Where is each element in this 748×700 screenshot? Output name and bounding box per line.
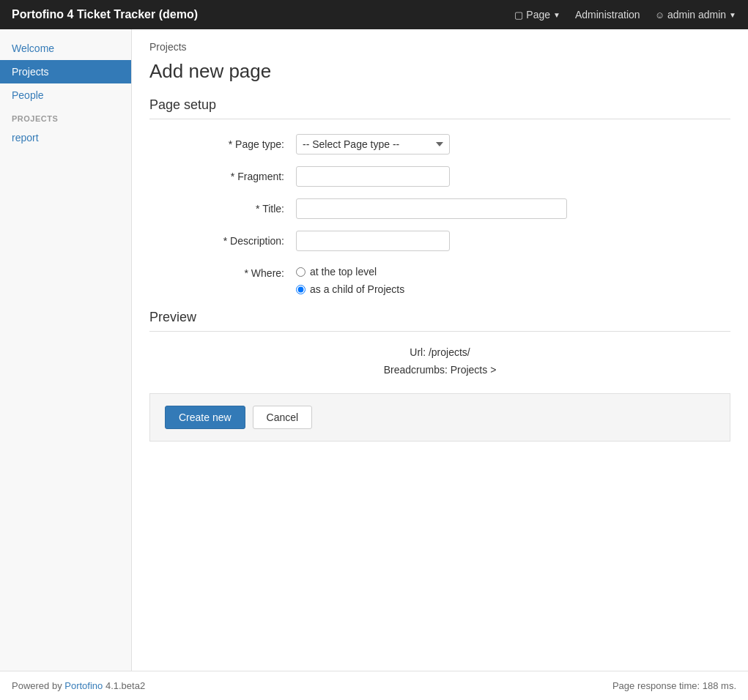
sidebar-item-people[interactable]: People [0, 83, 131, 107]
description-input[interactable] [296, 231, 450, 251]
main-content: Projects Add new page Page setup * Page … [132, 29, 748, 671]
form-group-fragment: * Fragment: [149, 166, 730, 187]
page-menu[interactable]: ▢ Page ▼ [514, 9, 560, 21]
create-new-button[interactable]: Create new [165, 406, 245, 429]
footer-powered-text: Powered by [12, 680, 64, 691]
administration-link[interactable]: Administration [575, 9, 640, 21]
section-title-setup: Page setup [149, 97, 730, 119]
sidebar-item-projects[interactable]: Projects [0, 60, 131, 83]
page-dropdown-arrow: ▼ [553, 11, 560, 19]
radio-top-level-label: at the top level [310, 266, 377, 278]
app-title: Portofino 4 Ticket Tracker (demo) [12, 8, 514, 21]
cancel-button[interactable]: Cancel [253, 406, 313, 429]
where-label: * Where: [149, 263, 296, 279]
radio-child-label: as a child of Projects [310, 283, 404, 295]
sidebar-item-welcome[interactable]: Welcome [0, 37, 131, 60]
user-label: admin admin [667, 9, 726, 21]
description-label: * Description: [149, 231, 296, 247]
form-group-where: * Where: at the top level as a child of … [149, 263, 730, 295]
footer: Powered by Portofino 4.1.beta2 Page resp… [0, 671, 748, 700]
page-type-select[interactable]: -- Select Page type -- Crud Text Folder … [296, 134, 450, 154]
title-label: * Title: [149, 198, 296, 215]
preview-breadcrumbs: Breadcrumbs: Projects > [149, 364, 730, 376]
section-title-preview: Preview [149, 310, 730, 332]
page-title: Add new page [149, 60, 730, 83]
navbar-right: ▢ Page ▼ Administration ☺ admin admin ▼ [514, 9, 736, 21]
fragment-input[interactable] [296, 166, 450, 187]
preview-url: Url: /projects/ [149, 346, 730, 358]
title-input[interactable] [296, 198, 567, 219]
sidebar: Welcome Projects People PROJECTS report [0, 29, 132, 671]
footer-version: 4.1.beta2 [103, 680, 145, 691]
preview-section: Preview Url: /projects/ Breadcrumbs: Pro… [149, 310, 730, 376]
action-bar: Create new Cancel [149, 393, 730, 442]
user-dropdown-arrow: ▼ [729, 11, 736, 19]
form-group-page-type: * Page type: -- Select Page type -- Crud… [149, 134, 730, 154]
where-radio-group: at the top level as a child of Projects [296, 263, 404, 295]
user-menu[interactable]: ☺ admin admin ▼ [655, 9, 736, 21]
radio-top-level[interactable] [296, 267, 306, 277]
radio-option-top-level[interactable]: at the top level [296, 266, 404, 278]
page-type-label: * Page type: [149, 134, 296, 150]
administration-label: Administration [575, 9, 640, 21]
page-label: Page [526, 9, 550, 21]
radio-option-child[interactable]: as a child of Projects [296, 283, 404, 295]
footer-response-time: Page response time: 188 ms. [612, 680, 736, 691]
sidebar-section-projects-header: PROJECTS [0, 107, 131, 126]
breadcrumb: Projects [149, 41, 730, 53]
page-icon: ▢ [514, 10, 523, 21]
footer-portofino-link[interactable]: Portofino [64, 680, 103, 691]
navbar: Portofino 4 Ticket Tracker (demo) ▢ Page… [0, 0, 748, 29]
sidebar-item-report[interactable]: report [0, 126, 131, 149]
form-group-title: * Title: [149, 198, 730, 219]
main-layout: Welcome Projects People PROJECTS report … [0, 29, 748, 671]
form-group-description: * Description: [149, 231, 730, 251]
fragment-label: * Fragment: [149, 166, 296, 182]
user-icon: ☺ [655, 10, 664, 21]
radio-child[interactable] [296, 285, 306, 294]
footer-powered-by: Powered by Portofino 4.1.beta2 [12, 680, 145, 691]
